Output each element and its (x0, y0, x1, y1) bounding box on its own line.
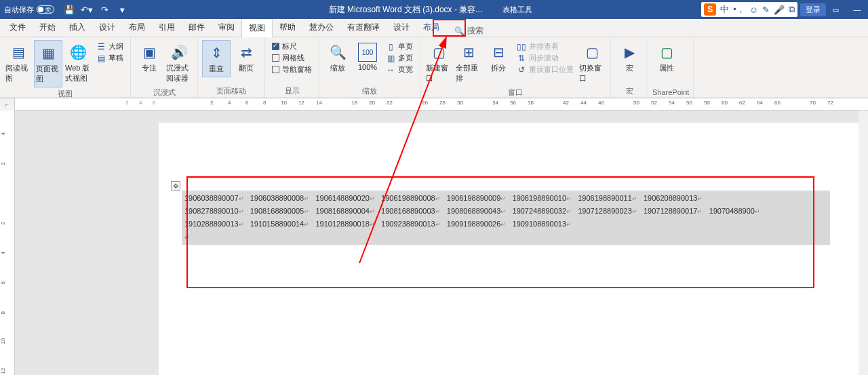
tab-layout[interactable]: 布局 (122, 18, 152, 37)
macros-icon: ▶ (620, 43, 639, 62)
ruler-checkbox[interactable]: 标尺 (272, 41, 312, 52)
tab-insert[interactable]: 插入 (62, 18, 92, 37)
properties-button[interactable]: ▢属性 (652, 40, 681, 76)
nav-checkbox[interactable]: 导航窗格 (272, 64, 312, 75)
reader-button[interactable]: 🔊沉浸式阅读器 (165, 40, 193, 86)
tab-mailings[interactable]: 邮件 (182, 18, 212, 37)
group-window: ▢新建窗口 ⊞全部重排 ⊟拆分 ▯▯并排查看 ⇅同步滚动 ↺重设窗口位置 ▢切换… (420, 37, 611, 98)
contextual-tab-label: 表格工具 (496, 3, 539, 16)
tab-design[interactable]: 设计 (92, 18, 122, 37)
document-title: 新建 Microsoft Word 文档 (3).docx - 兼容... (329, 4, 482, 16)
arrange-icon: ⊞ (459, 43, 478, 62)
ribbon-mode-icon[interactable]: ▭ (829, 3, 842, 16)
search-icon: 🔍 (454, 26, 465, 36)
reader-icon: 🔊 (170, 43, 189, 62)
ime-keyboard-icon[interactable]: ⧉ (789, 4, 795, 15)
side-by-side-icon: ▯▯ (517, 42, 526, 52)
new-window-button[interactable]: ▢新建窗口 (425, 40, 453, 86)
ime-edit-icon[interactable]: ✎ (762, 5, 770, 15)
search-box[interactable]: 🔍 搜索 (454, 25, 484, 37)
minimize-icon[interactable]: — (850, 3, 864, 16)
vertical-icon: ⇕ (207, 43, 226, 62)
split-icon: ⊟ (489, 43, 508, 62)
group-zoom: 🔍缩放 100100% ▯单页 ▥多页 ↔页宽 缩放 (319, 37, 420, 98)
switch-window-icon: ▢ (583, 43, 601, 62)
zoom-icon: 🔍 (328, 43, 347, 62)
zoom-button[interactable]: 🔍缩放 (323, 40, 352, 76)
table-row: 1906038890007↵ 1906038890008↵ 1906148890… (184, 192, 827, 205)
side-by-side-button: ▯▯并排查看 (517, 41, 574, 52)
page-width-button[interactable]: ↔页宽 (386, 64, 413, 75)
sync-scroll-button: ⇅同步滚动 (517, 53, 574, 63)
document-page[interactable]: ✥ 1906038890007↵ 1906038890008↵ 19061488… (159, 123, 864, 375)
arrange-all-button[interactable]: ⊞全部重排 (454, 40, 483, 86)
tab-table-design[interactable]: 设计 (387, 18, 416, 37)
print-layout-icon: ▦ (39, 43, 58, 62)
group-immersive: ▣专注 🔊沉浸式阅读器 沉浸式 (131, 37, 198, 98)
print-layout-button[interactable]: ▦页面视图 (34, 40, 62, 87)
flip-button[interactable]: ⇄翻页 (232, 40, 260, 76)
tab-home[interactable]: 开始 (33, 18, 62, 37)
one-page-button[interactable]: ▯单页 (386, 41, 413, 52)
ime-punct-icon[interactable]: •， (733, 3, 745, 16)
multi-page-button[interactable]: ▥多页 (386, 53, 413, 63)
gridlines-checkbox[interactable]: 网格线 (272, 53, 312, 63)
tab-huiban[interactable]: 慧办公 (302, 18, 340, 37)
table-cell[interactable]: 1906038890007↵ 1906038890008↵ 1906148890… (182, 191, 830, 245)
redo-icon[interactable]: ↷ (99, 4, 110, 15)
reset-window-button: ↺重设窗口位置 (517, 64, 574, 75)
macros-button[interactable]: ▶宏 (615, 40, 644, 76)
table-move-handle[interactable]: ✥ (171, 181, 180, 191)
one-page-icon: ▯ (386, 42, 395, 52)
switch-window-button[interactable]: ▢切换窗口 (578, 40, 606, 86)
outline-icon: ☰ (96, 42, 106, 52)
zoom-100-icon: 100 (358, 43, 377, 62)
sogou-icon[interactable]: S (704, 3, 716, 16)
vertical-ruler[interactable]: 4224681012 (0, 111, 15, 375)
focus-icon: ▣ (140, 43, 159, 62)
properties-icon: ▢ (657, 43, 676, 62)
sync-scroll-icon: ⇅ (517, 54, 526, 63)
draft-icon: ▤ (96, 54, 106, 63)
ribbon-tabs: 文件 开始 插入 设计 布局 引用 邮件 审阅 视图 帮助 慧办公 有道翻译 设… (0, 19, 868, 37)
group-page-movement: ⇕垂直 ⇄翻页 页面移动 (198, 37, 265, 98)
flip-icon: ⇄ (237, 43, 256, 62)
ime-toolbar[interactable]: S 中 •， ☺ ✎ 🎤 ⧉ (701, 2, 797, 17)
draft-button[interactable]: ▤草稿 (96, 53, 123, 63)
tab-youdao[interactable]: 有道翻译 (340, 18, 387, 37)
focus-button[interactable]: ▣专注 (135, 40, 163, 76)
autosave-toggle[interactable]: 自动保存 关 (4, 5, 54, 15)
reset-window-icon: ↺ (517, 65, 526, 75)
group-macros: ▶宏 宏 (611, 37, 648, 98)
ribbon: ▤阅读视图 ▦页面视图 🌐Web 版式视图 ☰大纲 ▤草稿 视图 ▣专注 🔊沉浸… (0, 37, 868, 98)
split-button[interactable]: ⊟拆分 (484, 40, 513, 76)
zoom-100-button[interactable]: 100100% (353, 40, 382, 74)
table-row: 1908278890010↵ 1908168890005↵ 1908168890… (184, 205, 827, 218)
save-icon[interactable]: 💾 (64, 4, 75, 15)
ime-emoji-icon[interactable]: ☺ (749, 5, 758, 15)
workspace: 4224681012 ✥ 1906038890007↵ 190603889000… (0, 111, 868, 375)
ruler-corner[interactable]: ⌐ (0, 98, 15, 111)
outline-button[interactable]: ☰大纲 (96, 41, 123, 52)
title-bar: 自动保存 关 💾 ↶▾ ↷ ▾ 新建 Microsoft Word 文档 (3)… (0, 0, 868, 19)
tab-help[interactable]: 帮助 (273, 18, 302, 37)
tab-file[interactable]: 文件 (3, 18, 33, 37)
vertical-button[interactable]: ⇕垂直 (202, 40, 231, 77)
tab-table-layout[interactable]: 布局 (416, 18, 446, 37)
tab-review[interactable]: 审阅 (212, 18, 241, 37)
undo-icon[interactable]: ↶▾ (81, 4, 92, 15)
tab-references[interactable]: 引用 (152, 18, 182, 37)
ime-lang[interactable]: 中 (720, 3, 729, 16)
web-layout-button[interactable]: 🌐Web 版式视图 (64, 40, 92, 86)
qat-more-icon[interactable]: ▾ (117, 4, 127, 15)
ime-mic-icon[interactable]: 🎤 (774, 5, 785, 15)
horizontal-ruler[interactable]: ⌐ 64224681012141820222628303436384244465… (0, 98, 868, 111)
tab-view[interactable]: 视图 (241, 18, 273, 37)
read-mode-icon: ▤ (9, 43, 28, 62)
web-layout-icon: 🌐 (68, 43, 87, 62)
read-mode-button[interactable]: ▤阅读视图 (4, 40, 33, 86)
page-width-icon: ↔ (386, 65, 395, 75)
vertical-scrollbar[interactable] (859, 111, 868, 375)
login-button[interactable]: 登录 (800, 3, 826, 16)
table-row: 1910288890013↵ 1910158890014↵ 1910128890… (184, 218, 827, 231)
